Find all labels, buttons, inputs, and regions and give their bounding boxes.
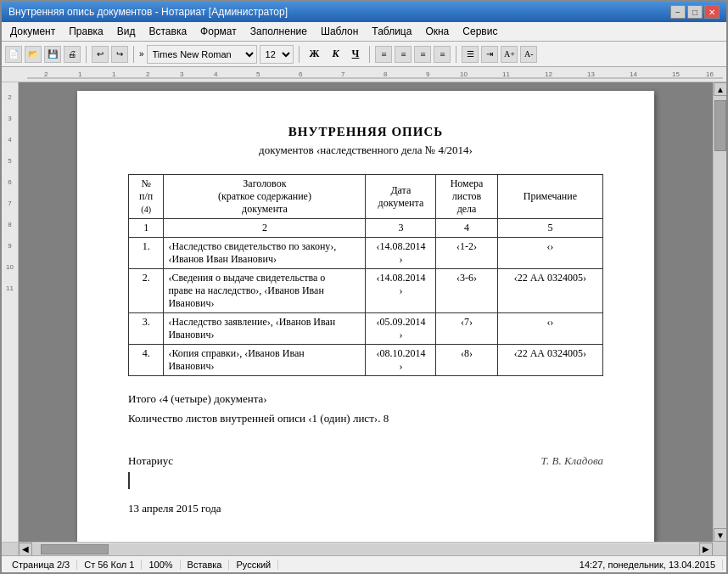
list-icon[interactable]: ☰: [462, 46, 479, 63]
row3-num: 3.: [129, 313, 164, 345]
window-controls: − □ ✕: [670, 5, 720, 19]
table-row: 1. ‹Наследство свидетельство по закону›,…: [129, 238, 603, 269]
horizontal-ruler: 2 1 1 2 3 4 5 6 7 8 9 10 11 12 13 14 15 …: [2, 67, 726, 82]
row3-date: ‹05.09.2014›: [366, 313, 436, 345]
font-size-down-icon[interactable]: A-: [520, 46, 537, 63]
scroll-thumb-horizontal[interactable]: [41, 544, 109, 554]
underline-button[interactable]: Ч: [347, 45, 365, 63]
status-page: Страница 2/3: [5, 560, 77, 570]
svg-text:2: 2: [146, 70, 150, 78]
menu-format[interactable]: Формат: [195, 24, 242, 39]
save-icon[interactable]: 💾: [44, 46, 61, 63]
redo-icon[interactable]: ↪: [111, 46, 128, 63]
subheader-4: 4: [436, 219, 497, 238]
minimize-button[interactable]: −: [670, 5, 686, 19]
font-name-select[interactable]: Times New Roman: [147, 45, 257, 64]
row4-date: ‹08.10.2014›: [366, 345, 436, 376]
scroll-down-button[interactable]: ▼: [714, 528, 726, 542]
notary-label: Нотариус: [128, 454, 173, 468]
font-size-up-icon[interactable]: A+: [501, 46, 518, 63]
document-scroll-area[interactable]: ВНУТРЕННЯЯ ОПИСЬ документов ‹наследствен…: [19, 82, 713, 542]
font-size-select[interactable]: 12: [260, 45, 294, 64]
footer-line2: Количество листов внутренней описи ‹1 (о…: [128, 408, 603, 428]
ruler-marks: 2 1 1 2 3 4 5 6 7 8 9 10 11 12 13 14 15 …: [27, 67, 726, 82]
subheader-1: 1: [129, 219, 164, 238]
subheader-3: 3: [366, 219, 436, 238]
menu-document[interactable]: Документ: [5, 24, 60, 39]
document-page: ВНУТРЕННЯЯ ОПИСЬ документов ‹наследствен…: [77, 91, 654, 542]
horizontal-scrollbar[interactable]: ◀ ▶: [19, 542, 713, 555]
toolbar-sep-1: [86, 46, 87, 63]
close-button[interactable]: ✕: [704, 5, 720, 19]
svg-text:10: 10: [460, 70, 468, 78]
menu-table[interactable]: Таблица: [367, 24, 417, 39]
row1-note: ‹›: [497, 238, 602, 269]
status-mode: Вставка: [181, 560, 230, 570]
svg-text:13: 13: [587, 70, 595, 78]
header-col-date: Датадокумента: [366, 175, 436, 219]
title-bar: Внутренняя опись документов - Нотариат […: [2, 2, 726, 22]
document-subtitle: документов ‹наследственного дела № 4/201…: [128, 144, 603, 157]
row2-num: 2.: [129, 269, 164, 313]
svg-text:9: 9: [426, 70, 430, 78]
menu-insert[interactable]: Вставка: [144, 24, 193, 39]
toolbar-sep-4: [369, 46, 370, 63]
scroll-right-button[interactable]: ▶: [699, 543, 713, 556]
scroll-thumb-vertical[interactable]: [714, 100, 726, 151]
status-bar: Страница 2/3 Ст 56 Кол 1 100% Вставка Ру…: [2, 555, 726, 572]
svg-text:1: 1: [78, 70, 82, 78]
row2-date: ‹14.08.2014›: [366, 269, 436, 313]
align-left-icon[interactable]: ≡: [375, 46, 392, 63]
table-row: 3. ‹Наследство заявление›, ‹Иванов ИванИ…: [129, 313, 603, 345]
date-line: 13 апреля 2015 года: [128, 502, 603, 515]
menu-fill[interactable]: Заполнение: [245, 24, 312, 39]
toolbar-sep-5: [456, 46, 456, 63]
maximize-button[interactable]: □: [687, 5, 703, 19]
corner-left: [2, 542, 19, 555]
header-col-note: Примечание: [497, 175, 602, 219]
toolbar-sep-3: [299, 46, 300, 63]
toolbar-sep-2: [133, 46, 134, 63]
document-title: ВНУТРЕННЯЯ ОПИСЬ: [128, 125, 603, 139]
menu-edit[interactable]: Правка: [64, 24, 109, 39]
scroll-track-vertical[interactable]: [714, 96, 726, 528]
row1-num: 1.: [129, 238, 164, 269]
row1-title: ‹Наследство свидетельство по закону›,‹Ив…: [164, 238, 366, 269]
table-subheader-row: 1 2 3 4 5: [129, 219, 603, 238]
bold-button[interactable]: Ж: [305, 45, 325, 63]
new-icon[interactable]: 📄: [5, 46, 22, 63]
row2-note: ‹22 АА 0324005›: [497, 269, 602, 313]
align-center-icon[interactable]: ≡: [395, 46, 412, 63]
svg-text:16: 16: [706, 70, 714, 78]
row2-sheets: ‹3-6›: [436, 269, 497, 313]
svg-text:8: 8: [384, 70, 388, 78]
table-row: 2. ‹Сведения о выдаче свидетельства опра…: [129, 269, 603, 313]
align-justify-icon[interactable]: ≡: [434, 46, 451, 63]
svg-text:11: 11: [502, 70, 510, 78]
menu-bar: Документ Правка Вид Вставка Формат Запол…: [2, 22, 726, 42]
scroll-up-button[interactable]: ▲: [714, 82, 726, 96]
header-col-num: №п/п(4): [129, 175, 164, 219]
svg-text:4: 4: [214, 70, 218, 78]
corner-right: [713, 542, 726, 555]
indent-icon[interactable]: ⇥: [481, 46, 498, 63]
row4-sheets: ‹8›: [436, 345, 497, 376]
vertical-scrollbar[interactable]: ▲ ▼: [713, 82, 726, 542]
italic-button[interactable]: К: [327, 45, 344, 63]
scroll-left-button[interactable]: ◀: [19, 543, 32, 556]
open-icon[interactable]: 📂: [25, 46, 42, 63]
window-title: Внутренняя опись документов - Нотариат […: [8, 6, 288, 18]
main-area: 2 3 4 5 6 7 8 9 10 11 ВНУТРЕННЯЯ ОПИСЬ д…: [2, 82, 726, 542]
align-right-icon[interactable]: ≡: [414, 46, 431, 63]
menu-template[interactable]: Шаблон: [316, 24, 363, 39]
scroll-track-horizontal[interactable]: [32, 543, 699, 555]
toolbar: 📄 📂 💾 🖨 ↩ ↪ » Times New Roman 12 Ж К Ч ≡…: [2, 42, 726, 67]
menu-view[interactable]: Вид: [112, 24, 141, 39]
print-icon[interactable]: 🖨: [64, 46, 81, 63]
svg-text:14: 14: [630, 70, 637, 78]
menu-service[interactable]: Сервис: [457, 24, 502, 39]
menu-windows[interactable]: Окна: [420, 24, 454, 39]
undo-icon[interactable]: ↩: [92, 46, 109, 63]
notary-signature: Т. В. Кладова: [541, 454, 603, 468]
document-footer: Итого ‹4 (четыре) документа› Количество …: [128, 389, 603, 429]
